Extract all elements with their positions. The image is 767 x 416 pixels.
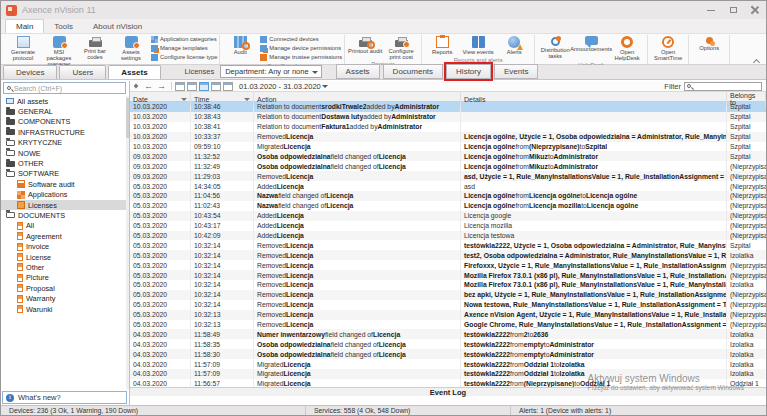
next-period-button[interactable]: → bbox=[157, 82, 166, 91]
table-row[interactable]: 10.03.202009:59:10Migrated LicencjaLicen… bbox=[130, 142, 766, 152]
table-row[interactable]: 09.03.202011:29:03Removed Licencjaasd, U… bbox=[130, 171, 766, 181]
table-row[interactable]: 04.03.202011:57:09Migrated Licencjatestó… bbox=[130, 359, 766, 369]
sort-dropdown-icon[interactable] bbox=[181, 98, 187, 101]
view-events-button[interactable]: View events bbox=[460, 35, 496, 55]
assets-settings-button[interactable]: Assets settings bbox=[113, 35, 149, 61]
tab-assets[interactable]: Assets bbox=[108, 65, 160, 79]
tab-users[interactable]: Users bbox=[59, 65, 106, 79]
table-row[interactable]: 05.03.202010:32:14Removed Licencjabez ap… bbox=[130, 290, 766, 300]
sidebar-item-krytyczne[interactable]: KRYTYCZNE bbox=[1, 138, 126, 148]
column-header-action[interactable]: Action bbox=[254, 92, 461, 106]
sidebar-item-software-audit[interactable]: Software audit bbox=[1, 179, 126, 189]
configure-license-type-button[interactable]: Configure license type bbox=[151, 53, 217, 61]
calendar-quarter-icon[interactable] bbox=[211, 82, 221, 91]
table-row[interactable]: 10.03.202010:33:37Removed LicencjaLicenc… bbox=[130, 132, 766, 142]
tree-scrollbar[interactable] bbox=[126, 96, 129, 389]
table-row[interactable]: 05.03.202010:32:14Removed LicencjaMozill… bbox=[130, 270, 766, 280]
tab-devices[interactable]: Devices bbox=[3, 65, 57, 79]
sidebar-item-agreement[interactable]: Agreement bbox=[1, 231, 126, 241]
table-row[interactable]: 05.03.202010:32:14Removed LicencjaMozill… bbox=[130, 280, 766, 290]
table-row[interactable]: 04.03.202011:58:35Osoba odpowiedzialna f… bbox=[130, 339, 766, 349]
table-row[interactable]: 09.03.202011:32:52Osoba odpowiedzialna f… bbox=[130, 151, 766, 161]
table-row[interactable]: 10.03.202010:38:43Relation to document D… bbox=[130, 112, 766, 122]
sidebar-item-infrastructure[interactable]: INFRASTRUCTURE bbox=[1, 127, 126, 137]
sidebar-item-nowe[interactable]: NOWE bbox=[1, 148, 126, 158]
alerts-button[interactable]: Alerts bbox=[496, 35, 532, 55]
sidebar-item-license[interactable]: License bbox=[1, 252, 126, 262]
table-row[interactable]: 10.03.202010:38:41Relation to document F… bbox=[130, 122, 766, 132]
ribbon-tab-about-nvision[interactable]: About nVision bbox=[83, 20, 152, 33]
column-header-details[interactable]: Details bbox=[461, 92, 727, 106]
options-button[interactable]: Options bbox=[691, 35, 727, 51]
sidebar-item-all-assets[interactable]: All assets bbox=[1, 96, 126, 106]
column-header-time[interactable]: Time bbox=[191, 92, 254, 106]
table-row[interactable]: 09.03.202011:32:49Osoba odpowiedzialna f… bbox=[130, 161, 766, 171]
previous-period-button[interactable]: ← bbox=[144, 82, 153, 91]
sidebar-item-other[interactable]: OTHER bbox=[1, 158, 126, 168]
sidebar-item-picture[interactable]: Picture bbox=[1, 273, 126, 283]
calendar-day-icon[interactable] bbox=[175, 82, 185, 91]
close-button[interactable] bbox=[744, 1, 766, 19]
audit-button[interactable]: Audit bbox=[222, 35, 258, 55]
sidebar-item-all[interactable]: All bbox=[1, 221, 126, 231]
table-row[interactable]: 04.03.202011:58:49Numer inwentarzowy fie… bbox=[130, 329, 766, 339]
printout-audit-button[interactable]: Printout audit bbox=[347, 35, 383, 54]
table-row[interactable]: 05.03.202014:34:05Added Licencjaasd(Niep… bbox=[130, 181, 766, 191]
ribbon-tab-main[interactable]: Main bbox=[5, 19, 44, 33]
calendar-week-icon[interactable] bbox=[187, 82, 197, 91]
sidebar-item-warranty[interactable]: Warranty bbox=[1, 293, 126, 303]
table-row[interactable]: 05.03.202011:02:43Nazwa field changed of… bbox=[130, 201, 766, 211]
minimize-button[interactable] bbox=[700, 1, 722, 19]
date-range-dropdown[interactable]: 01.03.2020 - 31.03.2020 bbox=[239, 82, 331, 91]
print-bar-codes-button[interactable]: Print bar codes bbox=[77, 35, 113, 60]
collapse-ribbon-icon[interactable] bbox=[754, 59, 760, 63]
filter-input[interactable] bbox=[684, 82, 762, 91]
table-row[interactable]: 05.03.202010:32:14Removed Licencjatestów… bbox=[130, 240, 766, 250]
table-row[interactable]: 05.03.202010:42:09Added LicencjaLicencja… bbox=[130, 231, 766, 241]
sidebar-item-documents[interactable]: DOCUMENTS bbox=[1, 210, 126, 220]
table-row[interactable]: 05.03.202010:32:13Removed LicencjaAxence… bbox=[130, 310, 766, 320]
sidebar-item-proposal[interactable]: Proposal bbox=[1, 283, 126, 293]
splitter-collapse-icon[interactable] bbox=[133, 84, 139, 89]
sidebar-item-software[interactable]: SOFTWARE bbox=[1, 169, 126, 179]
sidebar-item-other[interactable]: Other bbox=[1, 262, 126, 272]
sort-dropdown-icon[interactable] bbox=[244, 98, 250, 101]
connected-devices-button[interactable]: Connected devices bbox=[260, 35, 342, 43]
sidebar-item-warunki[interactable]: Warunki bbox=[1, 304, 126, 314]
configure-print-cost-button[interactable]: Configure print cost bbox=[383, 35, 419, 60]
table-row[interactable]: 05.03.202010:32:14Removed LicencjaFirefo… bbox=[130, 260, 766, 270]
tab-events[interactable]: Events bbox=[494, 64, 538, 79]
column-header-date[interactable]: Date bbox=[130, 92, 191, 106]
calendar-month-icon[interactable] bbox=[199, 82, 209, 91]
table-row[interactable]: 05.03.202010:32:14Removed Licencjatest2,… bbox=[130, 250, 766, 260]
table-row[interactable]: 04.03.202011:58:30Osoba odpowiedzialna f… bbox=[130, 349, 766, 359]
manage-device-permissions-button[interactable]: Manage device permissions bbox=[260, 44, 342, 52]
application-categories-button[interactable]: Application categories bbox=[151, 35, 217, 43]
reports-button[interactable]: Reports bbox=[424, 35, 460, 55]
tab-documents[interactable]: Documents bbox=[383, 64, 443, 79]
table-row[interactable]: 05.03.202010:43:17Added LicencjaLicencja… bbox=[130, 221, 766, 231]
table-row[interactable]: 05.03.202010:32:14Removed LicencjaNowa t… bbox=[130, 300, 766, 310]
maximize-button[interactable] bbox=[722, 1, 744, 19]
table-row[interactable]: 04.03.202011:57:09Migrated Licencjatestó… bbox=[130, 369, 766, 379]
manage-templates-button[interactable]: Manage templates bbox=[151, 44, 217, 52]
search-input[interactable]: Search (Ctrl+F) bbox=[3, 82, 126, 94]
table-row[interactable]: 05.03.202010:43:54Added LicencjaLicencja… bbox=[130, 211, 766, 221]
sidebar-item-general[interactable]: GENERAL bbox=[1, 106, 126, 116]
table-row[interactable]: 04.03.202011:56:57Migrated Licencjatestó… bbox=[130, 379, 766, 387]
sidebar-item-invoice[interactable]: Invoice bbox=[1, 241, 126, 251]
table-row[interactable]: 05.03.202011:04:56Nazwa field changed of… bbox=[130, 191, 766, 201]
open-smarttime-button[interactable]: Open SmartTime bbox=[650, 35, 686, 61]
ribbon-tab-tools[interactable]: Tools bbox=[44, 20, 83, 33]
tab-history[interactable]: History bbox=[446, 64, 491, 79]
sidebar-item-components[interactable]: COMPONENTS bbox=[1, 117, 126, 127]
department-dropdown[interactable]: Department: Any or none bbox=[220, 65, 321, 78]
column-header-belongs-to[interactable]: Belongs to bbox=[727, 92, 766, 106]
tab-assets[interactable]: Assets bbox=[336, 64, 380, 79]
calendar-custom-icon[interactable] bbox=[223, 82, 233, 91]
msi-packages-manager-button[interactable]: MSI packages manager bbox=[41, 35, 77, 67]
table-row[interactable]: 05.03.202010:32:13Removed LicencjaGoogle… bbox=[130, 320, 766, 330]
whats-new-banner[interactable]: What's new? bbox=[2, 391, 127, 404]
announcements-button[interactable]: Announcements bbox=[573, 35, 609, 52]
generate-protocol-button[interactable]: Generate protocol bbox=[5, 35, 41, 61]
